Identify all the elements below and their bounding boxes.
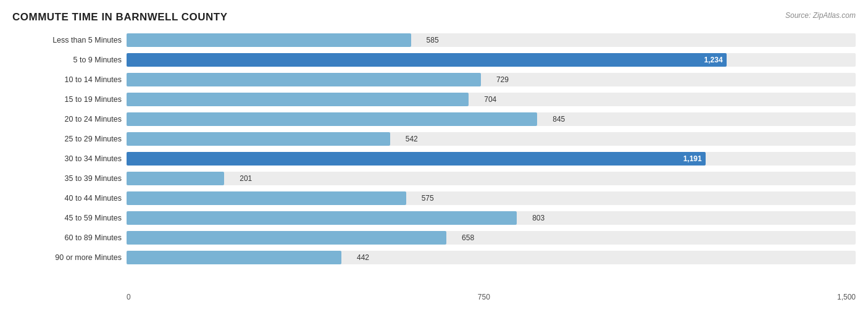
bar-label: 90 or more Minutes bbox=[12, 253, 127, 262]
bar-fill: 201 bbox=[127, 172, 224, 185]
bar-label: 40 to 44 Minutes bbox=[12, 194, 127, 203]
bar-fill: 658 bbox=[127, 231, 446, 245]
bar-label: 5 to 9 Minutes bbox=[12, 56, 127, 64]
bar-value: 658 bbox=[462, 233, 474, 242]
bar-label: 20 to 24 Minutes bbox=[12, 115, 127, 124]
bar-fill: 845 bbox=[127, 112, 537, 126]
bar-track: 803 bbox=[127, 211, 856, 225]
bar-label: 25 to 29 Minutes bbox=[12, 135, 127, 143]
chart-title: COMMUTE TIME IN BARNWELL COUNTY bbox=[12, 11, 228, 23]
bar-fill: 803 bbox=[127, 211, 517, 225]
bar-label: Less than 5 Minutes bbox=[12, 36, 127, 44]
bars-area: Less than 5 Minutes5855 to 9 Minutes1,23… bbox=[12, 31, 856, 290]
bar-fill: 729 bbox=[127, 73, 481, 86]
bar-track: 542 bbox=[127, 132, 856, 146]
bar-fill: 1,234 bbox=[127, 53, 727, 67]
bar-fill: 585 bbox=[127, 33, 411, 47]
bar-row: Less than 5 Minutes585 bbox=[12, 31, 856, 49]
x-axis-labels: 07501,500 bbox=[127, 293, 856, 301]
bar-row: 5 to 9 Minutes1,234 bbox=[12, 51, 856, 69]
bar-value: 575 bbox=[422, 194, 434, 203]
x-axis-label: 750 bbox=[478, 293, 490, 301]
bar-value: 1,191 bbox=[683, 154, 702, 163]
bar-value: 1,234 bbox=[704, 56, 723, 64]
bar-value: 542 bbox=[406, 135, 418, 143]
bar-row: 10 to 14 Minutes729 bbox=[12, 70, 856, 89]
bar-value: 704 bbox=[484, 95, 496, 104]
bar-row: 90 or more Minutes442 bbox=[12, 248, 856, 267]
bar-label: 45 to 59 Minutes bbox=[12, 214, 127, 222]
bar-value: 803 bbox=[532, 214, 545, 222]
bar-fill: 575 bbox=[127, 191, 406, 205]
bar-fill: 1,191 bbox=[127, 152, 706, 166]
chart-container: COMMUTE TIME IN BARNWELL COUNTY Source: … bbox=[0, 0, 868, 323]
bar-row: 20 to 24 Minutes845 bbox=[12, 110, 856, 128]
bar-track: 658 bbox=[127, 231, 856, 245]
bar-label: 30 to 34 Minutes bbox=[12, 154, 127, 163]
chart-header: COMMUTE TIME IN BARNWELL COUNTY Source: … bbox=[12, 11, 856, 23]
bar-value: 201 bbox=[240, 174, 252, 183]
bar-label: 15 to 19 Minutes bbox=[12, 95, 127, 104]
bar-fill: 442 bbox=[127, 251, 341, 264]
bar-track: 1,191 bbox=[127, 152, 856, 166]
bar-row: 60 to 89 Minutes658 bbox=[12, 229, 856, 247]
bar-label: 10 to 14 Minutes bbox=[12, 75, 127, 84]
bar-track: 1,234 bbox=[127, 53, 856, 67]
bar-row: 25 to 29 Minutes542 bbox=[12, 130, 856, 148]
bar-track: 575 bbox=[127, 191, 856, 205]
bar-label: 60 to 89 Minutes bbox=[12, 233, 127, 242]
bar-fill: 542 bbox=[127, 132, 390, 146]
bar-row: 30 to 34 Minutes1,191 bbox=[12, 149, 856, 168]
bar-track: 585 bbox=[127, 33, 856, 47]
bar-row: 15 to 19 Minutes704 bbox=[12, 90, 856, 109]
bar-track: 729 bbox=[127, 73, 856, 86]
bar-track: 845 bbox=[127, 112, 856, 126]
chart-source: Source: ZipAtlas.com bbox=[785, 11, 856, 20]
bar-row: 45 to 59 Minutes803 bbox=[12, 209, 856, 227]
bar-value: 845 bbox=[553, 115, 565, 124]
bar-track: 442 bbox=[127, 251, 856, 264]
bar-row: 35 to 39 Minutes201 bbox=[12, 169, 856, 188]
x-axis-label: 0 bbox=[127, 293, 131, 301]
bar-track: 704 bbox=[127, 93, 856, 106]
bar-row: 40 to 44 Minutes575 bbox=[12, 189, 856, 208]
bar-track: 201 bbox=[127, 172, 856, 185]
bar-value: 729 bbox=[496, 75, 509, 84]
bar-value: 585 bbox=[427, 36, 439, 44]
x-axis-label: 1,500 bbox=[837, 293, 856, 301]
bar-value: 442 bbox=[357, 253, 369, 262]
bar-label: 35 to 39 Minutes bbox=[12, 174, 127, 183]
bar-fill: 704 bbox=[127, 93, 469, 106]
